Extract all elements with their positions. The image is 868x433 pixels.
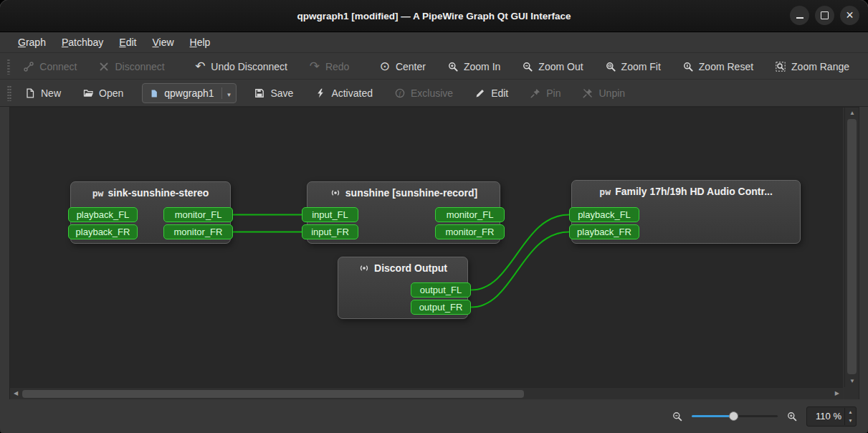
redo-label: Redo <box>325 61 349 72</box>
center-button[interactable]: Center <box>376 57 429 76</box>
zoom-out-small-icon[interactable] <box>672 411 683 422</box>
edit-button[interactable]: Edit <box>472 84 511 103</box>
connection-layer <box>10 108 843 387</box>
redo-button: Redo <box>306 57 352 76</box>
connect-icon <box>23 61 34 72</box>
zoom-percent-value: 110 % <box>807 411 844 422</box>
node-title-text: sunshine [sunshine-record] <box>345 187 477 199</box>
menu-edit[interactable]: Edit <box>111 34 144 51</box>
graph-view-frame: sink-sunshine-stereo playback_FL playbac… <box>9 107 859 400</box>
open-label: Open <box>99 87 123 99</box>
scroll-left-icon[interactable] <box>14 391 18 396</box>
redo-icon <box>309 61 320 72</box>
zoom-slider[interactable] <box>692 410 778 422</box>
node-title-text: Family 17h/19h HD Audio Contr... <box>615 186 773 197</box>
save-button[interactable]: Save <box>251 84 296 103</box>
zoom-range-label: Zoom Range <box>791 61 849 72</box>
close-icon <box>846 10 854 22</box>
minimize-icon <box>796 17 803 19</box>
zoom-percent-spinbox[interactable]: 110 % <box>806 406 857 427</box>
svg-text:f: f <box>399 90 402 97</box>
port-monitor-fl[interactable]: monitor_FL <box>163 207 233 222</box>
spin-down-icon[interactable] <box>845 417 856 425</box>
minimize-button[interactable] <box>790 6 809 25</box>
pipewire-icon <box>92 187 104 199</box>
vertical-scrollbar-thumb[interactable] <box>847 119 857 374</box>
port-monitor-fl[interactable]: monitor_FL <box>435 207 505 222</box>
unpin-button: Unpin <box>579 84 628 103</box>
new-button[interactable]: New <box>22 84 64 103</box>
zoom-slider-handle[interactable] <box>729 411 738 421</box>
spin-up-icon[interactable] <box>845 408 856 417</box>
zoom-reset-icon <box>682 61 694 72</box>
edit-icon <box>474 87 486 99</box>
save-label: Save <box>270 87 293 99</box>
menubar: Graph Patchbay Edit View Help <box>0 32 868 53</box>
undo-label: Undo Disconnect <box>211 61 287 72</box>
zoom-fit-button[interactable]: Zoom Fit <box>602 57 664 76</box>
node-title-text: Discord Output <box>374 262 447 274</box>
menu-view[interactable]: View <box>144 34 181 51</box>
toolbar-grip[interactable] <box>7 59 10 75</box>
port-playback-fr[interactable]: playback_FR <box>68 224 138 239</box>
horizontal-scrollbar-thumb[interactable] <box>22 390 524 398</box>
edit-label: Edit <box>491 87 508 99</box>
vertical-scrollbar[interactable] <box>844 108 859 387</box>
scroll-down-icon[interactable] <box>849 379 855 384</box>
graph-canvas[interactable]: sink-sunshine-stereo playback_FL playbac… <box>10 108 843 387</box>
port-playback-fl[interactable]: playback_FL <box>569 207 639 222</box>
node-title: Family 17h/19h HD Audio Contr... <box>572 186 800 197</box>
window-controls <box>790 6 859 25</box>
connect-label: Connect <box>39 61 77 72</box>
spin-buttons <box>844 408 856 425</box>
port-monitor-fr[interactable]: monitor_FR <box>163 224 233 239</box>
disconnect-button: Disconnect <box>95 57 167 76</box>
unpin-label: Unpin <box>598 87 625 99</box>
zoom-fit-icon <box>605 61 616 72</box>
zoom-range-button[interactable]: Zoom Range <box>772 57 852 76</box>
zoom-slider-track <box>735 415 778 417</box>
zoom-in-icon <box>447 61 459 72</box>
undo-disconnect-button[interactable]: Undo Disconnect <box>191 57 290 76</box>
port-input-fl[interactable]: input_FL <box>302 207 358 222</box>
stream-icon <box>358 262 370 274</box>
port-output-fl[interactable]: output_FL <box>411 282 471 298</box>
exclusive-label: Exclusive <box>411 87 453 99</box>
node-title: Discord Output <box>338 262 467 274</box>
patchbay-combo[interactable]: qpwgraph1 <box>142 83 237 103</box>
app-window: qpwgraph1 [modified] — A PipeWire Graph … <box>0 0 868 433</box>
scroll-up-icon[interactable] <box>849 110 855 116</box>
zoom-slider-fill <box>692 415 733 417</box>
menu-patchbay[interactable]: Patchbay <box>54 34 111 51</box>
activated-button[interactable]: Activated <box>312 84 376 103</box>
zoom-in-button[interactable]: Zoom In <box>444 57 503 76</box>
open-button[interactable]: Open <box>80 84 126 103</box>
zoom-reset-label: Zoom Reset <box>699 61 753 72</box>
activated-label: Activated <box>331 87 373 99</box>
scroll-right-icon[interactable] <box>835 391 839 396</box>
center-icon <box>379 61 391 72</box>
port-monitor-fr[interactable]: monitor_FR <box>435 224 505 239</box>
stream-icon <box>330 187 341 199</box>
close-button[interactable] <box>840 6 859 25</box>
zoom-out-icon <box>522 61 533 72</box>
port-playback-fl[interactable]: playback_FL <box>68 207 138 222</box>
toolbar-grip[interactable] <box>7 85 11 101</box>
port-output-fr[interactable]: output_FR <box>411 300 471 315</box>
zoom-in-small-icon[interactable] <box>786 411 798 422</box>
port-input-fr[interactable]: input_FR <box>302 224 358 239</box>
titlebar[interactable]: qpwgraph1 [modified] — A PipeWire Graph … <box>0 0 868 32</box>
unpin-icon <box>582 87 593 99</box>
zoom-reset-button[interactable]: Zoom Reset <box>679 57 756 76</box>
zoom-range-icon <box>775 61 786 72</box>
node-title-text: sink-sunshine-stereo <box>108 187 209 199</box>
activated-icon <box>315 87 326 99</box>
zoom-in-label: Zoom In <box>464 61 500 72</box>
port-playback-fr[interactable]: playback_FR <box>569 224 639 239</box>
pin-button: Pin <box>527 84 563 103</box>
menu-help[interactable]: Help <box>182 34 219 51</box>
menu-graph[interactable]: Graph <box>10 34 54 51</box>
horizontal-scrollbar[interactable] <box>10 387 843 399</box>
zoom-out-button[interactable]: Zoom Out <box>519 57 586 76</box>
maximize-button[interactable] <box>815 6 834 25</box>
